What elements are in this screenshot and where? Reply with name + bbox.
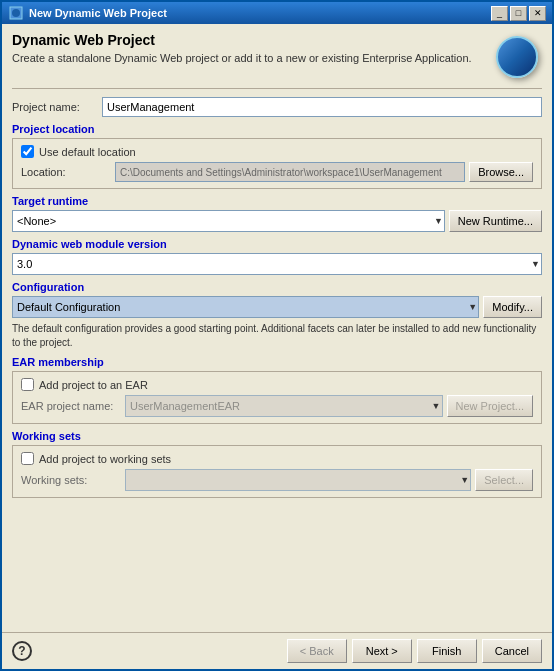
dialog-content: Dynamic Web Project Create a standalone … — [2, 24, 552, 632]
footer-buttons: < Back Next > Finish Cancel — [287, 639, 542, 663]
project-location-box: Use default location Location: Browse... — [12, 138, 542, 189]
configuration-row: Default Configuration ▼ Modify... — [12, 296, 542, 318]
add-to-working-sets-row: Add project to working sets — [21, 452, 533, 465]
dynamic-web-module-dropdown-wrapper: 3.0 ▼ — [12, 253, 542, 275]
configuration-dropdown-wrapper: Default Configuration ▼ — [12, 296, 479, 318]
project-name-row: Project name: — [12, 97, 542, 117]
add-to-ear-checkbox[interactable] — [21, 378, 34, 391]
ear-membership-box: Add project to an EAR EAR project name: … — [12, 371, 542, 424]
modify-button[interactable]: Modify... — [483, 296, 542, 318]
globe-icon — [496, 36, 538, 78]
working-sets-section: Working sets Add project to working sets… — [12, 430, 542, 498]
header-section: Dynamic Web Project Create a standalone … — [12, 32, 542, 89]
main-window: New Dynamic Web Project _ □ ✕ Dynamic We… — [0, 0, 554, 671]
working-sets-dropdown-wrapper: ▼ — [125, 469, 471, 491]
use-default-checkbox[interactable] — [21, 145, 34, 158]
ear-project-label: EAR project name: — [21, 400, 121, 412]
header-text: Dynamic Web Project Create a standalone … — [12, 32, 492, 64]
location-input — [115, 162, 465, 182]
target-runtime-section: Target runtime <None> ▼ New Runtime... — [12, 195, 542, 232]
configuration-section-label: Configuration — [12, 281, 542, 293]
back-button[interactable]: < Back — [287, 639, 347, 663]
add-to-ear-row: Add project to an EAR — [21, 378, 533, 391]
working-sets-label: Working sets — [12, 430, 542, 442]
form-section: Project name: Project location Use defau… — [12, 97, 542, 624]
cancel-button[interactable]: Cancel — [482, 639, 542, 663]
window-icon — [8, 5, 24, 21]
configuration-description: The default configuration provides a goo… — [12, 322, 542, 350]
target-runtime-dropdown-wrapper: <None> ▼ — [12, 210, 445, 232]
use-default-label: Use default location — [39, 146, 136, 158]
dynamic-web-module-dropdown[interactable]: 3.0 — [12, 253, 542, 275]
header-title: Dynamic Web Project — [12, 32, 492, 48]
ear-project-dropdown: UserManagementEAR — [125, 395, 443, 417]
project-name-label: Project name: — [12, 101, 102, 113]
add-to-working-sets-checkbox[interactable] — [21, 452, 34, 465]
working-sets-dropdown — [125, 469, 471, 491]
project-name-input[interactable] — [102, 97, 542, 117]
configuration-section: Configuration Default Configuration ▼ Mo… — [12, 281, 542, 350]
next-button[interactable]: Next > — [352, 639, 412, 663]
location-row: Location: Browse... — [21, 162, 533, 182]
dialog-footer: ? < Back Next > Finish Cancel — [2, 632, 552, 669]
project-location-section: Project location Use default location Lo… — [12, 123, 542, 189]
ear-membership-section: EAR membership Add project to an EAR EAR… — [12, 356, 542, 424]
target-runtime-label: Target runtime — [12, 195, 542, 207]
window-title: New Dynamic Web Project — [29, 7, 491, 19]
header-icon — [492, 32, 542, 82]
working-sets-field-label: Working sets: — [21, 474, 121, 486]
maximize-button[interactable]: □ — [510, 6, 527, 21]
header-description: Create a standalone Dynamic Web project … — [12, 52, 492, 64]
ear-project-dropdown-wrapper: UserManagementEAR ▼ — [125, 395, 443, 417]
working-sets-box: Add project to working sets Working sets… — [12, 445, 542, 498]
finish-button[interactable]: Finish — [417, 639, 477, 663]
project-location-label: Project location — [12, 123, 542, 135]
add-to-working-sets-label: Add project to working sets — [39, 453, 171, 465]
svg-point-1 — [12, 9, 20, 17]
ear-membership-label: EAR membership — [12, 356, 542, 368]
help-button[interactable]: ? — [12, 641, 32, 661]
browse-button[interactable]: Browse... — [469, 162, 533, 182]
ear-project-row: EAR project name: UserManagementEAR ▼ Ne… — [21, 395, 533, 417]
title-bar: New Dynamic Web Project _ □ ✕ — [2, 2, 552, 24]
dynamic-web-module-label: Dynamic web module version — [12, 238, 542, 250]
new-runtime-button[interactable]: New Runtime... — [449, 210, 542, 232]
close-button[interactable]: ✕ — [529, 6, 546, 21]
use-default-location-row: Use default location — [21, 145, 533, 158]
target-runtime-dropdown[interactable]: <None> — [12, 210, 445, 232]
minimize-button[interactable]: _ — [491, 6, 508, 21]
working-sets-row: Working sets: ▼ Select... — [21, 469, 533, 491]
new-project-button: New Project... — [447, 395, 533, 417]
dynamic-web-module-section: Dynamic web module version 3.0 ▼ — [12, 238, 542, 275]
location-label: Location: — [21, 166, 111, 178]
configuration-dropdown[interactable]: Default Configuration — [12, 296, 479, 318]
target-runtime-row: <None> ▼ New Runtime... — [12, 210, 542, 232]
select-working-sets-button: Select... — [475, 469, 533, 491]
add-to-ear-label: Add project to an EAR — [39, 379, 148, 391]
window-controls: _ □ ✕ — [491, 6, 546, 21]
